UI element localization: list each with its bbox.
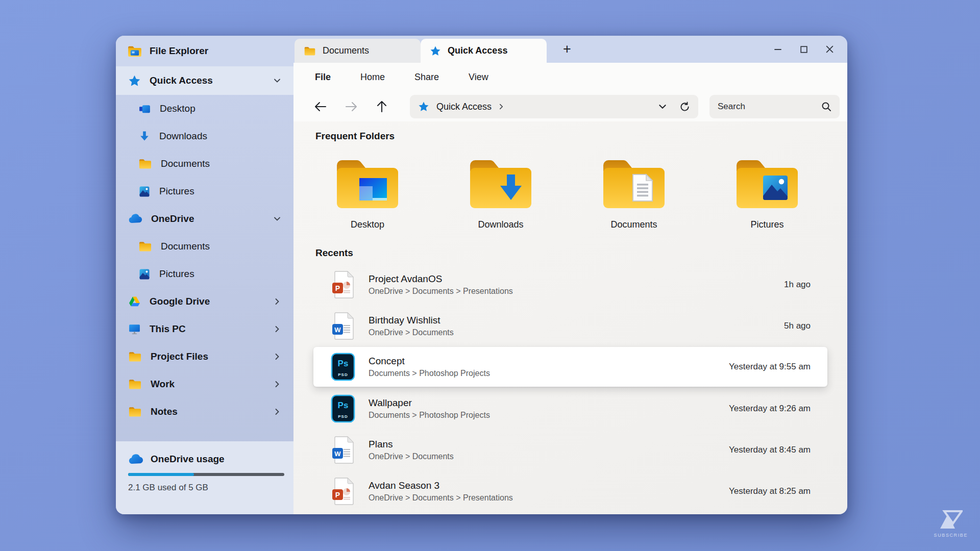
maximize-button[interactable] xyxy=(799,45,808,54)
chevron-right-icon xyxy=(273,380,281,388)
download-arrow-icon xyxy=(138,130,151,142)
pictures-icon xyxy=(138,268,151,280)
file-path: OneDrive > Documents xyxy=(369,328,454,337)
refresh-button[interactable] xyxy=(679,102,690,112)
menu-item-view[interactable]: View xyxy=(469,72,488,83)
file-row-plans[interactable]: W Plans OneDrive > Documents Yesterday a… xyxy=(315,429,825,470)
sidebar-item-pictures[interactable]: Pictures xyxy=(116,178,293,205)
file-row-project-avdanos[interactable]: P Project AvdanOS OneDrive > Documents >… xyxy=(315,264,825,305)
search-input[interactable] xyxy=(718,102,810,112)
folder-name: Downloads xyxy=(478,219,523,230)
close-button[interactable] xyxy=(825,45,834,54)
sidebar-item-notes[interactable]: Notes xyxy=(116,398,293,425)
sidebar-item-label: Desktop xyxy=(160,103,195,114)
sidebar-item-onedrive[interactable]: OneDrive xyxy=(116,205,293,233)
sidebar-item-onedrive-pictures[interactable]: Pictures xyxy=(116,260,293,288)
file-path: OneDrive > Documents > Presentations xyxy=(369,493,513,503)
forward-button[interactable] xyxy=(345,100,358,113)
file-name: Plans xyxy=(369,439,454,450)
app-title: File Explorer xyxy=(150,45,208,57)
folder-tile-pictures[interactable]: Pictures xyxy=(715,154,819,230)
onedrive-cloud-icon xyxy=(128,454,143,465)
sidebar-item-label: Documents xyxy=(161,241,210,252)
sidebar-item-label: Notes xyxy=(151,406,178,417)
breadcrumb[interactable]: Quick Access xyxy=(436,102,492,112)
file-time: Yesterday at 8:45 am xyxy=(729,445,811,455)
sidebar-item-work[interactable]: Work xyxy=(116,370,293,398)
tab-documents[interactable]: Documents xyxy=(295,39,421,63)
sidebar-item-desktop[interactable]: Desktop xyxy=(116,95,293,122)
file-path: Documents > Photoshop Projects xyxy=(369,411,490,420)
up-button[interactable] xyxy=(375,100,388,113)
sidebar-item-this-pc[interactable]: This PC xyxy=(116,315,293,343)
sidebar-item-onedrive-documents[interactable]: Documents xyxy=(116,233,293,260)
file-explorer-icon xyxy=(127,45,142,58)
sidebar-item-label: Work xyxy=(151,379,175,390)
folder-icon xyxy=(128,406,142,417)
file-time: 1h ago xyxy=(784,280,811,290)
tab-quick-access[interactable]: Quick Access xyxy=(421,39,547,63)
svg-text:P: P xyxy=(335,284,340,292)
new-tab-button[interactable]: + xyxy=(559,40,575,58)
tab-label: Documents xyxy=(323,45,369,56)
monitor-icon xyxy=(128,323,141,335)
address-dropdown-button[interactable] xyxy=(658,102,667,111)
pictures-icon xyxy=(138,185,151,197)
recents-list: P Project AvdanOS OneDrive > Documents >… xyxy=(315,264,825,512)
tab-strip: Documents Quick Access + xyxy=(293,36,575,63)
address-bar[interactable]: Quick Access xyxy=(410,95,698,118)
sidebar: File Explorer Quick Access Desktop xyxy=(116,36,293,514)
sidebar-item-label: This PC xyxy=(150,323,186,335)
star-icon xyxy=(128,74,141,87)
file-time: Yesterday at 9:55 am xyxy=(729,362,811,372)
folder-tile-downloads[interactable]: Downloads xyxy=(449,154,553,230)
sidebar-item-label: Pictures xyxy=(159,268,194,280)
svg-text:Ps: Ps xyxy=(338,359,349,368)
file-row-birthday-wishlist[interactable]: W Birthday Wishlist OneDrive > Documents… xyxy=(315,305,825,346)
file-row-wallpaper[interactable]: Ps PSD Wallpaper Documents > Photoshop P… xyxy=(315,388,825,429)
file-name: Project AvdanOS xyxy=(369,273,513,285)
sidebar-item-label: Project Files xyxy=(151,351,208,362)
tab-label: Quick Access xyxy=(448,45,507,56)
menu-item-file[interactable]: File xyxy=(315,72,331,83)
file-row-avdan-season-3[interactable]: P Avdan Season 3 OneDrive > Documents > … xyxy=(315,470,825,512)
chevron-right-icon xyxy=(498,103,505,110)
file-name: Wallpaper xyxy=(369,397,490,409)
sidebar-item-documents[interactable]: Documents xyxy=(116,150,293,178)
sidebar-item-label: Downloads xyxy=(159,131,207,142)
folder-icon xyxy=(304,46,316,56)
google-drive-icon xyxy=(128,296,141,308)
folder-desktop-icon xyxy=(332,154,403,212)
content-area: Frequent Folders Desktop xyxy=(293,121,847,514)
sidebar-item-quick-access[interactable]: Quick Access xyxy=(116,66,293,95)
window-controls xyxy=(773,45,847,54)
desktop-background: File Explorer Quick Access Desktop xyxy=(0,0,980,551)
folder-downloads-icon xyxy=(465,154,536,212)
search-box[interactable] xyxy=(709,95,840,118)
sidebar-item-google-drive[interactable]: Google Drive xyxy=(116,288,293,315)
sidebar-item-project-files[interactable]: Project Files xyxy=(116,343,293,370)
menu-bar: File Home Share View xyxy=(293,63,847,92)
minimize-button[interactable] xyxy=(773,45,782,54)
file-row-concept-selected[interactable]: Ps PSD Concept Documents > Photoshop Pro… xyxy=(313,347,827,387)
chevron-right-icon xyxy=(273,408,281,416)
folder-tile-documents[interactable]: Documents xyxy=(582,154,686,230)
chevron-down-icon xyxy=(273,215,281,223)
photoshop-file-icon: Ps PSD xyxy=(331,394,355,423)
chevron-down-icon xyxy=(273,77,281,85)
search-icon[interactable] xyxy=(821,102,831,112)
folder-icon xyxy=(128,351,142,362)
folder-tile-desktop[interactable]: Desktop xyxy=(315,154,420,230)
section-title-frequent-folders: Frequent Folders xyxy=(315,131,825,142)
file-time: Yesterday at 8:25 am xyxy=(729,486,811,496)
desktop-icon xyxy=(138,103,151,115)
menu-item-home[interactable]: Home xyxy=(360,72,385,83)
sidebar-item-downloads[interactable]: Downloads xyxy=(116,122,293,150)
file-name: Concept xyxy=(369,356,490,367)
folder-name: Documents xyxy=(610,219,657,230)
sidebar-item-label: Quick Access xyxy=(150,75,213,86)
svg-text:W: W xyxy=(334,449,341,457)
svg-text:PSD: PSD xyxy=(338,414,348,419)
menu-item-share[interactable]: Share xyxy=(414,72,439,83)
back-button[interactable] xyxy=(314,100,327,113)
